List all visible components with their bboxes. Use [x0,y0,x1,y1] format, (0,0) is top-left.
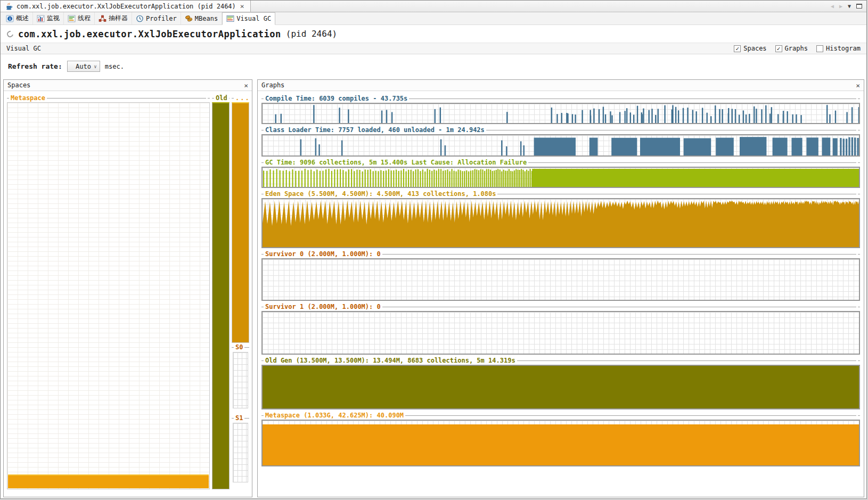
java-cup-icon [5,3,13,10]
graphs-close-icon[interactable]: × [856,81,860,89]
graphs-panel-title: Graphs [261,81,284,89]
tab-threads-label: 线程 [78,14,91,23]
tab-visual-gc-label: Visual GC [236,15,271,22]
class-loader-time-chart [261,134,860,157]
metaspace-space-label: Metaspace [11,94,45,102]
survivor0-title: Survivor 0 (2.000M, 1.000M): 0 [265,250,381,258]
tab-threads[interactable]: 线程 [64,12,95,24]
metaspace-space-chart [7,102,210,489]
spaces-checkbox[interactable]: ✓ [734,45,741,52]
loading-spinner-icon [6,29,15,38]
tab-profiler[interactable]: Profiler [132,12,181,24]
panels-area: Spaces × Metaspace [1,78,866,498]
eden-space-label: ... [235,94,250,102]
tab-monitor[interactable]: 监视 [33,12,64,24]
visualvm-window: com.xxl.job.executor.XxlJobExecutorAppli… [0,0,867,499]
survivor1-space-label: S1 [235,414,243,422]
gc-time-graph: GC Time: 9096 collections, 5m 15.400s La… [261,158,860,188]
spaces-panel-title: Spaces [7,81,30,89]
display-options: ✓ Spaces ✓ Graphs Histogram [734,45,861,52]
scroll-tabs-left-icon[interactable]: ◀ [831,3,834,9]
eden-space-graph: Eden Space (5.500M, 4.500M): 4.500M, 413… [261,190,860,248]
refresh-rate-select[interactable]: Auto ∨ [67,61,100,72]
view-toolbar: i 概述 监视 线程 [1,12,866,25]
section-title: Visual GC [6,45,41,52]
survivor1-title: Survivor 1 (2.000M, 1.000M): 0 [265,303,381,310]
histogram-checkbox-wrap[interactable]: Histogram [816,45,861,52]
spaces-body: Metaspace Old [4,91,252,497]
compile-time-chart [261,103,860,124]
profiler-clock-icon [136,15,144,22]
old-usage-bar [212,102,230,489]
tab-sampler[interactable]: 抽样器 [95,12,132,24]
tab-title: com.xxl.job.executor.XxlJobExecutorAppli… [17,3,236,10]
class-loader-time-graph: Class Loader Time: 7757 loaded, 460 unlo… [261,126,860,157]
old-space-label: Old [216,94,227,102]
graphs-body: Compile Time: 6039 compiles - 43.735s Cl… [258,91,864,497]
chevron-down-icon: ∨ [94,64,96,69]
page-title-row: com.xxl.job.executor.XxlJobExecutorAppli… [1,25,866,43]
threads-icon [68,15,76,22]
refresh-rate-row: Refresh rate: Auto ∨ msec. [1,54,866,78]
gc-time-chart [261,167,860,188]
tab-close-icon[interactable]: × [239,2,245,10]
page-title-pid: (pid 2464) [286,29,337,39]
tab-mbeans-label: MBeans [195,15,218,22]
graphs-panel: Graphs × Compile Time: 6039 compiles - 4… [257,79,864,497]
survivor1-chart [261,311,860,355]
tab-visual-gc[interactable]: Visual GC [222,12,275,25]
old-gen-chart [261,365,860,409]
sampler-icon [99,15,107,22]
metaspace-usage-bar [8,474,209,488]
page-title: com.xxl.job.executor.XxlJobExecutorAppli… [18,29,281,39]
spaces-close-icon[interactable]: × [244,81,248,89]
tab-overview[interactable]: i 概述 [2,12,33,24]
graphs-checkbox-label: Graphs [785,45,808,52]
metaspace-chart [261,420,860,466]
tab-monitor-label: 监视 [47,14,60,23]
maximize-view-icon[interactable] [856,4,862,9]
tabs-list-dropdown-icon[interactable]: ▼ [848,3,851,9]
spaces-checkbox-wrap[interactable]: ✓ Spaces [734,45,766,52]
old-gen-graph: Old Gen (13.500M, 13.500M): 13.494M, 868… [261,356,860,409]
tab-sampler-label: 抽样器 [109,14,128,23]
spaces-panel: Spaces × Metaspace [3,79,252,497]
graphs-panel-header: Graphs × [258,80,864,91]
mbeans-icon [185,15,193,22]
tab-bar-controls: ◀ ▶ ▼ [831,1,866,12]
document-tab-bar: com.xxl.job.executor.XxlJobExecutorAppli… [1,1,866,12]
graphs-checkbox[interactable]: ✓ [775,45,782,52]
graphs-checkbox-wrap[interactable]: ✓ Graphs [775,45,808,52]
refresh-rate-label: Refresh rate: [8,62,62,70]
survivor0-space: S0 [232,343,249,408]
tab-overview-label: 概述 [16,14,29,23]
tab-profiler-label: Profiler [146,15,177,22]
eden-space-chart [261,198,860,248]
survivor0-graph: Survivor 0 (2.000M, 1.000M): 0 [261,250,860,301]
refresh-rate-unit: msec. [105,63,124,70]
young-spaces-column: ... S0 [232,94,249,489]
refresh-rate-value: Auto [73,63,94,70]
compile-time-title: Compile Time: 6039 compiles - 43.735s [265,95,407,102]
survivor1-graph: Survivor 1 (2.000M, 1.000M): 0 [261,302,860,355]
scroll-tabs-right-icon[interactable]: ▶ [839,3,842,9]
monitor-chart-icon [37,15,45,22]
histogram-checkbox[interactable] [816,45,823,52]
metaspace-title: Metaspace (1.033G, 42.625M): 40.090M [265,412,404,419]
spaces-panel-header: Spaces × [4,80,252,91]
metaspace-space: Metaspace [7,94,210,489]
survivor0-space-label: S0 [235,343,243,351]
visual-gc-icon [226,15,234,22]
old-gen-title: Old Gen (13.500M, 13.500M): 13.494M, 868… [265,357,515,364]
survivor1-space-chart [233,423,248,482]
histogram-checkbox-label: Histogram [826,45,861,52]
visual-gc-section-bar: Visual GC ✓ Spaces ✓ Graphs Histogram [1,43,866,54]
compile-time-graph: Compile Time: 6039 compiles - 43.735s [261,94,860,124]
tab-mbeans[interactable]: MBeans [181,12,222,24]
overview-icon: i [6,15,14,22]
old-space: Old [212,94,230,489]
application-tab[interactable]: com.xxl.job.executor.XxlJobExecutorAppli… [1,1,251,12]
spaces-checkbox-label: Spaces [743,45,766,52]
class-loader-time-title: Class Loader Time: 7757 loaded, 460 unlo… [265,126,485,134]
survivor1-space: S1 [232,414,249,482]
